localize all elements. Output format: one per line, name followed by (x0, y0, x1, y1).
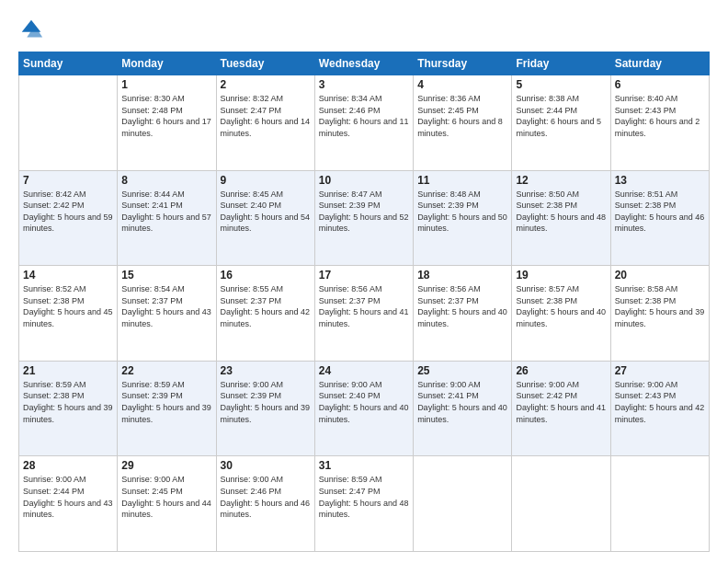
calendar-week-row: 7Sunrise: 8:42 AMSunset: 2:42 PMDaylight… (19, 170, 710, 266)
calendar-cell (414, 456, 512, 552)
day-number: 19 (516, 269, 606, 282)
calendar-cell (19, 75, 118, 171)
cell-info: Sunrise: 8:56 AMSunset: 2:37 PMDaylight:… (417, 283, 507, 329)
calendar-cell: 9Sunrise: 8:45 AMSunset: 2:40 PMDaylight… (216, 170, 314, 266)
day-number: 31 (319, 459, 409, 472)
cell-info: Sunrise: 8:55 AMSunset: 2:37 PMDaylight:… (221, 283, 311, 329)
day-number: 11 (417, 174, 507, 187)
day-number: 28 (23, 459, 113, 472)
cell-info: Sunrise: 9:00 AMSunset: 2:44 PMDaylight:… (23, 474, 113, 520)
cell-info: Sunrise: 8:47 AMSunset: 2:39 PMDaylight:… (319, 189, 409, 235)
day-number: 25 (417, 364, 507, 377)
cell-info: Sunrise: 8:57 AMSunset: 2:38 PMDaylight:… (516, 283, 606, 329)
day-number: 24 (319, 364, 409, 377)
day-number: 22 (121, 364, 211, 377)
calendar-cell: 18Sunrise: 8:56 AMSunset: 2:37 PMDayligh… (414, 266, 512, 362)
calendar-cell: 27Sunrise: 9:00 AMSunset: 2:43 PMDayligh… (610, 361, 709, 456)
cell-info: Sunrise: 8:51 AMSunset: 2:38 PMDaylight:… (615, 189, 705, 235)
day-number: 18 (417, 269, 507, 282)
cell-info: Sunrise: 8:58 AMSunset: 2:38 PMDaylight:… (615, 283, 705, 329)
cell-info: Sunrise: 8:59 AMSunset: 2:39 PMDaylight:… (121, 379, 211, 425)
cell-info: Sunrise: 8:50 AMSunset: 2:38 PMDaylight:… (516, 189, 606, 235)
calendar-header-friday: Friday (512, 52, 610, 75)
logo (18, 17, 48, 42)
calendar-cell: 1Sunrise: 8:30 AMSunset: 2:48 PMDaylight… (118, 75, 216, 171)
calendar-cell: 6Sunrise: 8:40 AMSunset: 2:43 PMDaylight… (610, 75, 709, 171)
day-number: 23 (221, 364, 311, 377)
calendar-week-row: 14Sunrise: 8:52 AMSunset: 2:38 PMDayligh… (19, 266, 710, 362)
cell-info: Sunrise: 8:56 AMSunset: 2:37 PMDaylight:… (319, 283, 409, 329)
cell-info: Sunrise: 9:00 AMSunset: 2:43 PMDaylight:… (615, 379, 705, 425)
cell-info: Sunrise: 9:00 AMSunset: 2:40 PMDaylight:… (319, 379, 409, 425)
day-number: 3 (319, 78, 409, 91)
cell-info: Sunrise: 8:48 AMSunset: 2:39 PMDaylight:… (417, 189, 507, 235)
calendar-cell: 3Sunrise: 8:34 AMSunset: 2:46 PMDaylight… (314, 75, 413, 171)
day-number: 30 (221, 459, 311, 472)
calendar-cell: 11Sunrise: 8:48 AMSunset: 2:39 PMDayligh… (414, 170, 512, 266)
calendar-cell: 25Sunrise: 9:00 AMSunset: 2:41 PMDayligh… (414, 361, 512, 456)
day-number: 1 (121, 78, 211, 91)
calendar-week-row: 1Sunrise: 8:30 AMSunset: 2:48 PMDaylight… (19, 75, 710, 171)
calendar-cell: 31Sunrise: 8:59 AMSunset: 2:47 PMDayligh… (314, 456, 413, 552)
calendar-cell: 17Sunrise: 8:56 AMSunset: 2:37 PMDayligh… (314, 266, 413, 362)
day-number: 17 (319, 269, 409, 282)
calendar-table: SundayMondayTuesdayWednesdayThursdayFrid… (18, 52, 710, 552)
calendar-cell: 4Sunrise: 8:36 AMSunset: 2:45 PMDaylight… (414, 75, 512, 171)
day-number: 14 (23, 269, 113, 282)
calendar-cell: 7Sunrise: 8:42 AMSunset: 2:42 PMDaylight… (19, 170, 118, 266)
cell-info: Sunrise: 8:38 AMSunset: 2:44 PMDaylight:… (516, 93, 606, 139)
cell-info: Sunrise: 8:52 AMSunset: 2:38 PMDaylight:… (23, 283, 113, 329)
calendar-cell: 30Sunrise: 9:00 AMSunset: 2:46 PMDayligh… (216, 456, 314, 552)
calendar-cell: 19Sunrise: 8:57 AMSunset: 2:38 PMDayligh… (512, 266, 610, 362)
day-number: 12 (516, 174, 606, 187)
calendar-cell: 14Sunrise: 8:52 AMSunset: 2:38 PMDayligh… (19, 266, 118, 362)
calendar-cell: 28Sunrise: 9:00 AMSunset: 2:44 PMDayligh… (19, 456, 118, 552)
page: SundayMondayTuesdayWednesdayThursdayFrid… (0, 0, 728, 563)
day-number: 6 (615, 78, 705, 91)
day-number: 16 (221, 269, 311, 282)
calendar-header-saturday: Saturday (610, 52, 709, 75)
day-number: 2 (221, 78, 311, 91)
day-number: 4 (417, 78, 507, 91)
cell-info: Sunrise: 8:59 AMSunset: 2:38 PMDaylight:… (23, 379, 113, 425)
day-number: 29 (121, 459, 211, 472)
cell-info: Sunrise: 8:32 AMSunset: 2:47 PMDaylight:… (221, 93, 311, 139)
day-number: 9 (221, 174, 311, 187)
day-number: 8 (121, 174, 211, 187)
day-number: 10 (319, 174, 409, 187)
cell-info: Sunrise: 9:00 AMSunset: 2:39 PMDaylight:… (221, 379, 311, 425)
calendar-cell: 2Sunrise: 8:32 AMSunset: 2:47 PMDaylight… (216, 75, 314, 171)
cell-info: Sunrise: 8:30 AMSunset: 2:48 PMDaylight:… (121, 93, 211, 139)
calendar-header-monday: Monday (118, 52, 216, 75)
cell-info: Sunrise: 9:00 AMSunset: 2:45 PMDaylight:… (121, 474, 211, 520)
day-number: 7 (23, 174, 113, 187)
calendar-header-row: SundayMondayTuesdayWednesdayThursdayFrid… (19, 52, 710, 75)
day-number: 15 (121, 269, 211, 282)
day-number: 5 (516, 78, 606, 91)
calendar-cell (610, 456, 709, 552)
calendar-cell: 29Sunrise: 9:00 AMSunset: 2:45 PMDayligh… (118, 456, 216, 552)
calendar-cell: 5Sunrise: 8:38 AMSunset: 2:44 PMDaylight… (512, 75, 610, 171)
logo-icon (18, 17, 44, 42)
calendar-cell: 15Sunrise: 8:54 AMSunset: 2:37 PMDayligh… (118, 266, 216, 362)
cell-info: Sunrise: 8:34 AMSunset: 2:46 PMDaylight:… (319, 93, 409, 139)
calendar-cell: 12Sunrise: 8:50 AMSunset: 2:38 PMDayligh… (512, 170, 610, 266)
cell-info: Sunrise: 9:00 AMSunset: 2:46 PMDaylight:… (221, 474, 311, 520)
cell-info: Sunrise: 9:00 AMSunset: 2:42 PMDaylight:… (516, 379, 606, 425)
calendar-cell (512, 456, 610, 552)
calendar-week-row: 28Sunrise: 9:00 AMSunset: 2:44 PMDayligh… (19, 456, 710, 552)
calendar-header-thursday: Thursday (414, 52, 512, 75)
calendar-header-sunday: Sunday (19, 52, 118, 75)
cell-info: Sunrise: 8:45 AMSunset: 2:40 PMDaylight:… (221, 189, 311, 235)
day-number: 26 (516, 364, 606, 377)
header (18, 17, 710, 42)
day-number: 21 (23, 364, 113, 377)
calendar-cell: 13Sunrise: 8:51 AMSunset: 2:38 PMDayligh… (610, 170, 709, 266)
cell-info: Sunrise: 8:44 AMSunset: 2:41 PMDaylight:… (121, 189, 211, 235)
calendar-cell: 16Sunrise: 8:55 AMSunset: 2:37 PMDayligh… (216, 266, 314, 362)
calendar-header-wednesday: Wednesday (314, 52, 413, 75)
calendar-cell: 20Sunrise: 8:58 AMSunset: 2:38 PMDayligh… (610, 266, 709, 362)
cell-info: Sunrise: 8:42 AMSunset: 2:42 PMDaylight:… (23, 189, 113, 235)
day-number: 20 (615, 269, 705, 282)
cell-info: Sunrise: 8:40 AMSunset: 2:43 PMDaylight:… (615, 93, 705, 139)
